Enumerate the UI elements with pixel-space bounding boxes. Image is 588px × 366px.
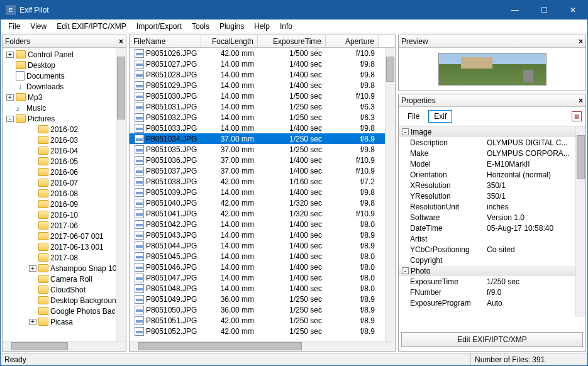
file-row[interactable]: P8051052.JPG42.00 mm1/250 secf/8.9 xyxy=(130,326,395,336)
col-aperture[interactable]: Aperture xyxy=(326,35,379,47)
filelist-hscrollbar[interactable] xyxy=(130,341,395,351)
prop-row[interactable]: XResolution350/1 xyxy=(399,180,585,191)
tree-item[interactable]: 2016-04 xyxy=(3,145,126,156)
file-row[interactable]: P8051045.JPG14.00 mm1/400 secf/8.0 xyxy=(130,251,395,262)
props-vscrollbar[interactable] xyxy=(575,126,585,317)
file-row[interactable]: P8051029.JPG14.00 mm1/400 secf/9.8 xyxy=(130,80,395,91)
edit-exif-button[interactable]: Edit EXIF/IPTC/XMP xyxy=(401,332,583,347)
prop-row[interactable]: Copyright xyxy=(399,255,585,265)
tab-file[interactable]: File xyxy=(402,111,424,122)
file-row[interactable]: P8051051.JPG42.00 mm1/250 secf/8.9 xyxy=(130,315,395,326)
tab-exif[interactable]: Exif xyxy=(428,110,452,123)
file-row[interactable]: P8051028.JPG14.00 mm1/400 secf/9.8 xyxy=(130,69,395,80)
prop-group[interactable]: -Image xyxy=(399,126,585,137)
prop-row[interactable]: DescriptionOLYMPUS DIGITAL C... xyxy=(399,137,585,148)
tree-vscrollbar[interactable] xyxy=(116,48,126,341)
folder-tree[interactable]: +Control PanelDesktopDocuments↓Downloads… xyxy=(3,48,126,341)
file-row[interactable]: P8051030.JPG14.00 mm1/500 secf/10.9 xyxy=(130,91,395,101)
prop-row[interactable]: Artist xyxy=(399,233,585,244)
tree-item[interactable]: 2016-08 xyxy=(3,188,126,199)
tree-item[interactable]: 2017-06-13 001 xyxy=(3,241,126,252)
prop-row[interactable]: ResolutionUnitinches xyxy=(399,201,585,212)
filelist-body[interactable]: P8051026.JPG42.00 mm1/500 secf/10.9P8051… xyxy=(130,48,395,341)
file-row[interactable]: P8051050.JPG36.00 mm1/250 secf/8.9 xyxy=(130,304,395,315)
tree-hscrollbar[interactable] xyxy=(3,341,126,351)
prop-row[interactable]: ModelE-M10MarkII xyxy=(399,158,585,169)
file-row[interactable]: P8051048.JPG14.00 mm1/400 secf/8.0 xyxy=(130,283,395,294)
tree-item[interactable]: Desktop Background xyxy=(3,295,126,306)
tree-item[interactable]: Documents xyxy=(3,70,126,81)
menu-edit-exif-iptc-xmp[interactable]: Edit EXIF/IPTC/XMP xyxy=(52,21,131,32)
collapse-icon[interactable]: - xyxy=(402,128,409,135)
file-row[interactable]: P8051038.JPG42.00 mm1/160 secf/7.2 xyxy=(130,176,395,187)
tree-item[interactable]: +Ashampoo Snap 10 xyxy=(3,263,126,274)
file-row[interactable]: P8051037.JPG37.00 mm1/400 secf/10.9 xyxy=(130,165,395,176)
expand-icon[interactable]: - xyxy=(6,116,14,122)
file-row[interactable]: P8051043.JPG14.00 mm1/400 secf/8.9 xyxy=(130,230,395,240)
titlebar[interactable]: E Exif Pilot ― ☐ ✕ xyxy=(1,1,587,19)
tree-item[interactable]: 2016-10 xyxy=(3,209,126,220)
folders-close-icon[interactable]: × xyxy=(119,37,123,46)
file-row[interactable]: P8051026.JPG42.00 mm1/500 secf/10.9 xyxy=(130,48,395,58)
expand-icon[interactable]: + xyxy=(6,94,14,101)
tree-item[interactable]: 2016-06 xyxy=(3,167,126,177)
expand-icon[interactable]: + xyxy=(29,319,36,325)
file-row[interactable]: P8051036.JPG37.00 mm1/400 secf/10.9 xyxy=(130,155,395,165)
close-button[interactable]: ✕ xyxy=(558,1,587,19)
file-row[interactable]: P8051049.JPG36.00 mm1/250 secf/8.9 xyxy=(130,294,395,304)
file-row[interactable]: P8051031.JPG14.00 mm1/250 secf/6.3 xyxy=(130,101,395,112)
file-row[interactable]: P8051042.JPG14.00 mm1/400 secf/8.0 xyxy=(130,219,395,230)
expand-icon[interactable]: + xyxy=(29,265,36,272)
properties-close-icon[interactable]: × xyxy=(579,96,583,105)
menu-info[interactable]: Info xyxy=(275,21,297,32)
prop-row[interactable]: DateTime05-Aug-17 10:58:40 xyxy=(399,223,585,233)
file-row[interactable]: P8051047.JPG14.00 mm1/400 secf/8.0 xyxy=(130,272,395,283)
file-row[interactable]: P8051040.JPG42.00 mm1/320 secf/9.8 xyxy=(130,197,395,208)
collapse-icon[interactable]: - xyxy=(402,267,409,274)
tree-item[interactable]: 2017-08 xyxy=(3,252,126,263)
preview-close-icon[interactable]: × xyxy=(579,37,583,46)
properties-grid[interactable]: -ImageDescriptionOLYMPUS DIGITAL C...Mak… xyxy=(399,126,585,317)
tree-item[interactable]: Camera Roll xyxy=(3,274,126,284)
menu-file[interactable]: File xyxy=(3,21,25,32)
tree-item[interactable]: ↓Downloads xyxy=(3,81,126,92)
tree-item[interactable]: Google Photos Bac xyxy=(3,306,126,316)
tree-item[interactable]: -Pictures xyxy=(3,113,126,124)
file-row[interactable]: P8051027.JPG14.00 mm1/400 secf/9.8 xyxy=(130,58,395,69)
prop-row[interactable]: YResolution350/1 xyxy=(399,191,585,201)
expand-icon[interactable]: + xyxy=(6,52,14,58)
prop-row[interactable]: ExposureTime1/250 sec xyxy=(399,276,585,287)
menu-plugins[interactable]: Plugins xyxy=(214,21,249,32)
tree-item[interactable]: 2016-05 xyxy=(3,156,126,167)
tree-item[interactable]: 2017-06-07 001 xyxy=(3,231,126,241)
tree-item[interactable]: +Mp3 xyxy=(3,92,126,103)
col-exposuretime[interactable]: ExposureTime xyxy=(258,35,326,47)
menu-view[interactable]: View xyxy=(25,21,52,32)
prop-group[interactable]: -Photo xyxy=(399,265,585,276)
minimize-button[interactable]: ― xyxy=(501,1,530,19)
file-row[interactable]: P8051039.JPG14.00 mm1/400 secf/9.8 xyxy=(130,187,395,197)
tree-item[interactable]: 2016-07 xyxy=(3,177,126,188)
file-row[interactable]: P8051033.JPG14.00 mm1/400 secf/9.8 xyxy=(130,123,395,133)
menu-import-export[interactable]: Import/Export xyxy=(131,21,187,32)
col-focallength[interactable]: FocalLength xyxy=(201,35,258,47)
tree-item[interactable]: +Picasa xyxy=(3,316,126,327)
maximize-button[interactable]: ☐ xyxy=(530,1,558,19)
tree-item[interactable]: 2016-02 xyxy=(3,124,126,135)
col-filename[interactable]: FileName xyxy=(130,35,201,47)
file-row[interactable]: P8051034.JPG37.00 mm1/250 secf/8.9 xyxy=(130,133,395,144)
tree-item[interactable]: 2016-03 xyxy=(3,135,126,145)
prop-row[interactable]: OrientationHorizontal (normal) xyxy=(399,169,585,180)
file-row[interactable]: P8051032.JPG14.00 mm1/250 secf/6.3 xyxy=(130,112,395,123)
prop-row[interactable]: MakeOLYMPUS CORPORA... xyxy=(399,148,585,158)
tree-item[interactable]: 2017-06 xyxy=(3,220,126,231)
tree-item[interactable]: +Control Panel xyxy=(3,49,126,60)
prop-row[interactable]: FNumberf/9.0 xyxy=(399,287,585,297)
prop-row[interactable]: YCbCrPositioningCo-sited xyxy=(399,244,585,255)
properties-tool-icon[interactable]: ▦ xyxy=(572,111,582,121)
tree-item[interactable]: CloudShot xyxy=(3,284,126,295)
preview-thumbnail[interactable] xyxy=(438,53,546,86)
menu-help[interactable]: Help xyxy=(249,21,275,32)
file-row[interactable]: P8051035.JPG37.00 mm1/250 secf/9.8 xyxy=(130,144,395,155)
file-row[interactable]: P8051044.JPG14.00 mm1/400 secf/8.9 xyxy=(130,240,395,251)
